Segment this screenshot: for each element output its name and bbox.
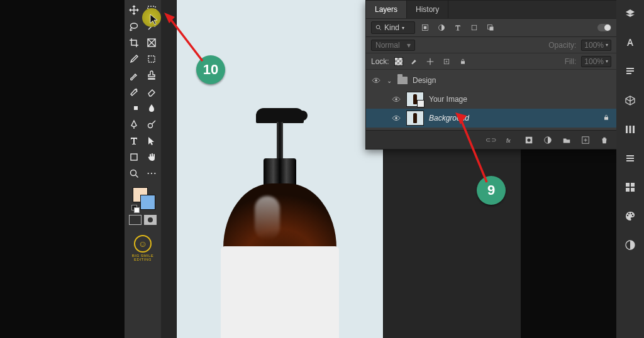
new-layer-icon[interactable] (580, 134, 591, 146)
layer-name: Background (429, 114, 469, 123)
layers-panel: Layers History Kind ▾ Normal▾ Opacity: 1… (365, 0, 617, 150)
svg-point-36 (631, 213, 632, 214)
zoom-tool[interactable] (126, 166, 142, 181)
color-panel-icon[interactable] (624, 210, 636, 222)
blend-row: Normal▾ Opacity: 100%▾ (366, 37, 616, 53)
filter-smart-icon[interactable] (484, 22, 497, 33)
brush-tool[interactable] (126, 68, 142, 83)
stamp-tool[interactable] (144, 68, 159, 83)
patch-tool[interactable] (144, 52, 159, 67)
group-caret-icon[interactable]: ⌄ (386, 77, 392, 84)
fill-label: Fill: (565, 57, 577, 66)
layer-thumbnail (406, 92, 424, 107)
lock-artboard-icon[interactable] (441, 56, 452, 67)
eraser-tool[interactable] (144, 84, 159, 99)
link-layers-icon[interactable]: ⊂⊃ (486, 136, 497, 143)
filter-toggle[interactable] (597, 24, 611, 31)
hand-tool[interactable] (144, 150, 159, 165)
layer-thumbnail (406, 111, 424, 126)
mask-icon[interactable] (523, 134, 535, 146)
opacity-label: Opacity: (548, 41, 576, 50)
layer-list: ⌄ Design Your Image Background (366, 70, 616, 130)
edit-toolbar[interactable]: ⋯ (144, 166, 159, 181)
gradient-tool[interactable] (126, 101, 142, 116)
blend-mode-dropdown[interactable]: Normal▾ (371, 40, 415, 51)
lock-label: Lock: (371, 57, 389, 66)
filter-type-icon[interactable] (452, 22, 464, 33)
callout-badge-10: 10 (196, 55, 225, 84)
opacity-value[interactable]: 100%▾ (581, 40, 611, 51)
type-tool[interactable] (126, 133, 142, 148)
svg-rect-11 (424, 26, 427, 30)
svg-rect-33 (631, 188, 635, 192)
lock-icon (602, 114, 611, 123)
character-panel-icon[interactable] (624, 36, 636, 49)
marquee-tool[interactable] (144, 3, 159, 18)
layers-shortcut-icon[interactable] (624, 8, 636, 20)
watermark-logo: ☺ BIG SMILE EDITING (126, 235, 159, 261)
filter-kind-label: Kind (384, 23, 399, 32)
layer-filter-bar: Kind ▾ (366, 18, 616, 37)
frame-tool[interactable] (144, 35, 159, 50)
visibility-icon[interactable] (391, 94, 401, 104)
layer-background[interactable]: Background (366, 109, 616, 128)
path-select-tool[interactable] (144, 133, 159, 148)
layer-your-image[interactable]: Your Image (366, 90, 616, 109)
filter-pixel-icon[interactable] (419, 22, 431, 33)
svg-rect-21 (604, 117, 608, 120)
tab-history[interactable]: History (407, 1, 448, 18)
svg-point-6 (148, 124, 153, 128)
layer-name: Your Image (429, 95, 467, 104)
background-color[interactable] (140, 195, 155, 210)
swatches-panel-icon[interactable] (624, 181, 636, 194)
move-tool[interactable] (126, 3, 142, 18)
svg-rect-29 (633, 126, 635, 133)
history-panel-icon[interactable] (624, 239, 636, 251)
properties-panel-icon[interactable] (624, 152, 636, 165)
lasso-tool[interactable] (126, 19, 142, 34)
svg-point-34 (627, 215, 628, 216)
svg-point-18 (375, 79, 377, 82)
document-canvas[interactable] (177, 0, 383, 338)
visibility-icon[interactable] (371, 75, 381, 85)
svg-point-9 (376, 25, 380, 29)
new-group-icon[interactable] (561, 134, 572, 146)
magic-wand-tool[interactable] (144, 19, 159, 34)
svg-rect-7 (131, 154, 137, 160)
svg-rect-30 (626, 183, 630, 187)
eyedropper-tool[interactable] (126, 52, 142, 67)
delete-icon[interactable] (599, 134, 610, 146)
tab-layers[interactable]: Layers (366, 1, 407, 18)
default-colors[interactable] (131, 205, 139, 212)
fill-value[interactable]: 100%▾ (581, 56, 611, 67)
fx-icon[interactable]: fx (504, 134, 516, 146)
visibility-icon[interactable] (391, 113, 401, 123)
svg-rect-28 (630, 126, 631, 133)
paragraph-panel-icon[interactable] (624, 65, 636, 78)
shape-tool[interactable] (126, 150, 142, 165)
svg-point-35 (628, 213, 630, 214)
filter-kind-dropdown[interactable]: Kind ▾ (371, 21, 415, 34)
svg-point-1 (131, 23, 138, 28)
svg-point-20 (395, 117, 397, 119)
svg-rect-13 (472, 25, 477, 30)
pen-tool[interactable] (126, 117, 142, 132)
lock-all-icon[interactable] (457, 56, 469, 67)
filter-shape-icon[interactable] (468, 22, 480, 33)
lock-pixels-icon[interactable] (408, 56, 419, 67)
right-dock (616, 0, 644, 338)
layer-group[interactable]: ⌄ Design (366, 71, 616, 90)
adjustment-icon[interactable] (542, 134, 553, 146)
lock-position-icon[interactable] (425, 56, 436, 67)
crop-tool[interactable] (126, 35, 142, 50)
adjustments-panel-icon[interactable] (624, 123, 636, 136)
libraries-icon[interactable] (624, 94, 636, 107)
quickmask-mode-icon[interactable] (144, 215, 157, 225)
dodge-tool[interactable] (144, 117, 159, 132)
blur-tool[interactable] (144, 101, 159, 116)
filter-adjust-icon[interactable] (435, 22, 448, 33)
standard-mode-icon[interactable] (129, 215, 142, 225)
lock-transparency-icon[interactable] (394, 57, 403, 66)
history-brush-tool[interactable] (126, 84, 142, 99)
color-swatches[interactable] (130, 186, 155, 211)
